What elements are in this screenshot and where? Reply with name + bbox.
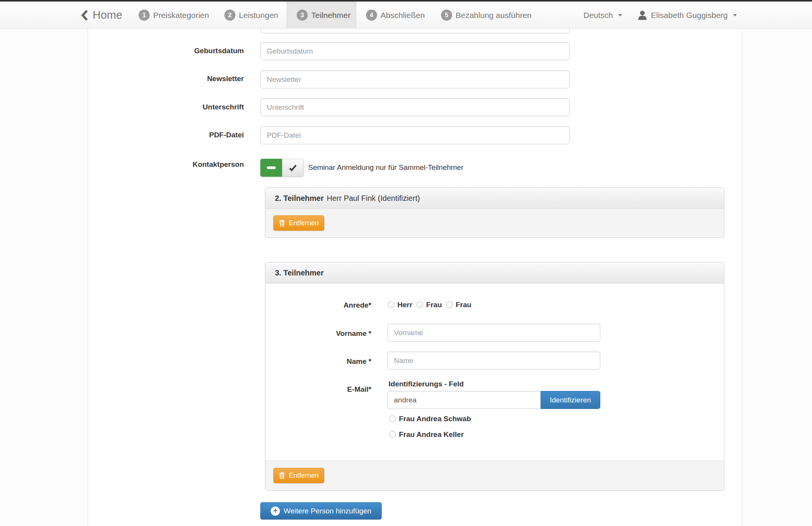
nav-step-preiskategorien[interactable]: 1 Preiskategorien (139, 10, 209, 21)
participant-2-panel: 2. Teilnehmer Herr Paul Fink (Identifizi… (265, 187, 724, 238)
radio-andrea-schwab[interactable] (389, 415, 396, 422)
nav-step-bezahlung[interactable]: 5 Bezahlung ausführen (441, 10, 532, 21)
participant-2-footer: Entfernen (265, 208, 724, 238)
language-label: Deutsch (583, 10, 613, 21)
top-strip (0, 0, 812, 2)
participant-3-panel: 3. Teilnehmer Entfernen (265, 262, 724, 491)
participant-2-header: 2. Teilnehmer Herr Paul Fink (Identifizi… (265, 188, 724, 209)
ident-input[interactable] (387, 391, 541, 409)
kontaktperson-toggle[interactable] (260, 159, 304, 177)
geburtsdatum-input[interactable] (260, 42, 570, 60)
radio-frau-1[interactable] (417, 301, 423, 308)
match-option-schwab[interactable]: Frau Andrea Schwab (389, 415, 471, 423)
identify-button[interactable]: Identifizieren (541, 391, 600, 409)
add-person-button[interactable]: + Weitere Person hinzufügen (260, 502, 382, 519)
participant-3-footer: Entfernen (265, 461, 724, 490)
kontaktperson-note: Seminar Anmeldung nur für Sammel-Teilneh… (308, 163, 464, 172)
anrede-label: Anrede* (283, 301, 371, 309)
step-label-4: Abschließen (381, 10, 425, 21)
toggle-on-segment[interactable] (260, 159, 282, 177)
step-label-3: Teilnehmer (311, 10, 351, 21)
remove-participant-2-label: Entfernen (289, 219, 319, 227)
ident-section-label: Identifizierungs - Feld (389, 380, 464, 388)
anrede-option-frau-2[interactable]: Frau (446, 301, 471, 309)
name-input[interactable] (387, 352, 600, 370)
step-badge-1: 1 (139, 10, 150, 21)
radio-frau-1-label: Frau (426, 301, 442, 309)
home-label: Home (93, 9, 122, 21)
step-badge-2: 2 (224, 10, 235, 21)
minus-icon (267, 166, 276, 169)
toggle-handle[interactable] (282, 159, 304, 177)
nav-step-teilnehmer[interactable]: 3 Teilnehmer (297, 10, 351, 21)
remove-participant-2-button[interactable]: Entfernen (273, 215, 324, 231)
name-label: Name * (283, 357, 371, 366)
radio-andrea-schwab-label: Frau Andrea Schwab (399, 415, 471, 423)
step-label-2: Leistungen (239, 10, 278, 21)
remove-participant-3-button[interactable]: Entfernen (273, 468, 324, 483)
field-label-pdf-datei: PDF-Datei (107, 131, 244, 139)
plus-circle-icon: + (271, 506, 280, 516)
radio-andrea-keller[interactable] (389, 431, 396, 438)
language-dropdown[interactable]: Deutsch (583, 10, 622, 21)
field-label-geburtsdatum: Geburtsdatum (107, 47, 244, 55)
newsletter-input[interactable] (260, 70, 570, 88)
participant-2-title: 2. Teilnehmer (275, 194, 323, 203)
field-label-unterschrift: Unterschrift (107, 103, 244, 111)
user-dropdown[interactable]: Elisabeth Guggisberg (638, 10, 737, 21)
caret-down-icon (733, 14, 737, 16)
add-person-label: Weitere Person hinzufügen (284, 507, 371, 515)
vorname-label: Vorname * (283, 329, 371, 338)
step-badge-4: 4 (366, 10, 377, 21)
anrede-option-frau-1[interactable]: Frau (417, 301, 442, 309)
page: Home 1 Preiskategorien 2 Leistungen 3 Te… (0, 0, 812, 526)
trash-icon (279, 220, 285, 226)
participant-3-title: 3. Teilnehmer (275, 269, 323, 277)
radio-andrea-keller-label: Frau Andrea Keller (399, 430, 464, 438)
step-badge-5: 5 (441, 10, 452, 21)
radio-frau-2[interactable] (446, 301, 453, 308)
caret-down-icon (618, 14, 622, 16)
anrede-option-herr[interactable]: Herr (388, 301, 412, 309)
remove-participant-3-label: Entfernen (289, 472, 319, 480)
anrede-radio-group: Herr Frau Frau (388, 301, 475, 309)
radio-herr-label: Herr (397, 301, 412, 309)
step-badge-3: 3 (297, 10, 308, 21)
person-icon (638, 10, 647, 20)
nav-home-link[interactable]: Home (81, 2, 122, 29)
step-label-1: Preiskategorien (153, 10, 209, 21)
navbar: Home 1 Preiskategorien 2 Leistungen 3 Te… (0, 2, 812, 29)
radio-herr[interactable] (388, 301, 394, 308)
trash-icon (279, 472, 285, 479)
participant-2-subtitle: Herr Paul Fink (Identifiziert) (327, 194, 420, 203)
pdf-datei-input[interactable] (260, 126, 570, 144)
match-option-keller[interactable]: Frau Andrea Keller (389, 430, 464, 438)
unterschrift-input[interactable] (260, 98, 570, 116)
nav-step-leistungen[interactable]: 2 Leistungen (224, 10, 278, 21)
field-label-kontaktperson: Kontaktperson (107, 160, 244, 169)
email-label: E-Mail* (283, 385, 371, 394)
radio-frau-2-label: Frau (456, 301, 471, 309)
participant-3-header: 3. Teilnehmer (265, 262, 724, 283)
user-name: Elisabeth Guggisberg (651, 10, 728, 21)
chevron-left-icon (81, 10, 88, 21)
vorname-input[interactable] (387, 324, 600, 342)
step-label-5: Bezahlung ausführen (456, 10, 532, 21)
nav-step-abschliessen[interactable]: 4 Abschließen (366, 10, 425, 21)
field-label-newsletter: Newsletter (107, 75, 244, 83)
check-icon (289, 164, 297, 172)
